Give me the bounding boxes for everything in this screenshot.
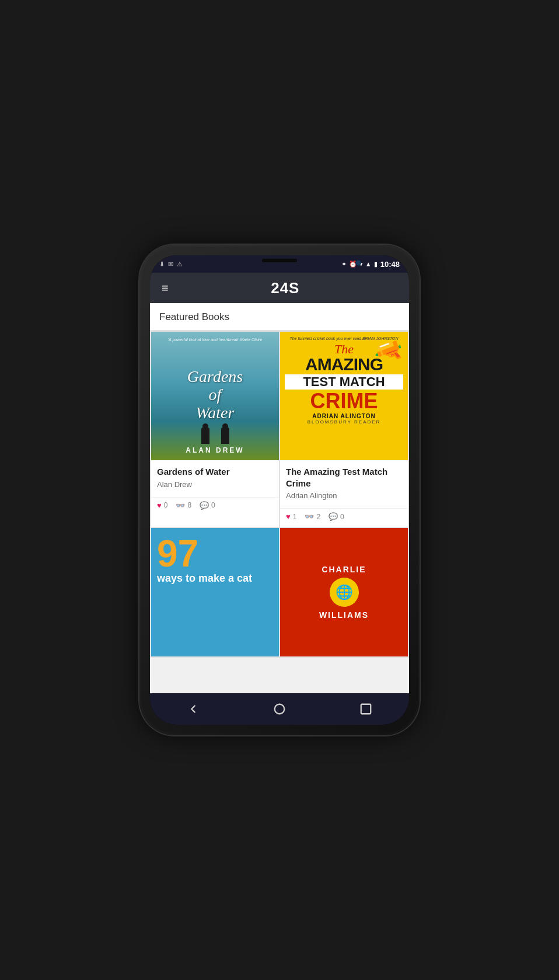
status-time: 10:48: [380, 260, 400, 269]
cover-quote: 'A powerful look at love and heartbreak'…: [156, 338, 274, 342]
heart-icon: ♥: [157, 501, 162, 510]
reads-stat-tm: 👓 2: [305, 512, 320, 521]
figure-2: [221, 428, 229, 444]
cover-art-charlie: CHARLIE 🌐 WILLIAMS: [280, 528, 408, 656]
phone-camera: [355, 260, 361, 266]
android-icon: ⚠: [177, 260, 183, 268]
back-icon: [187, 703, 200, 715]
books-grid: 'A powerful look at love and heartbreak'…: [150, 331, 409, 658]
svg-rect-1: [361, 704, 371, 714]
figure-1: [201, 428, 209, 444]
book-title-gardens: Gardens of Water: [157, 466, 273, 478]
home-icon: [273, 703, 286, 715]
cover-test-match: TEST MATCH: [285, 374, 403, 390]
likes-stat: ♥ 0: [157, 501, 167, 510]
book-title-testmatch: The Amazing Test Match Crime: [286, 466, 402, 489]
book-info-gardens: Gardens of Water Alan Drew: [151, 460, 279, 497]
phone-device: ⬇ ✉ ⚠ ✦ ⏰ ▾ ▲ ▮ 10:48 ≡ 24S: [139, 245, 420, 735]
bottom-nav: [150, 693, 409, 725]
recent-icon: [359, 703, 372, 715]
reads-count-tm: 2: [316, 513, 320, 521]
cover-art-gardens: 'A powerful look at love and heartbreak'…: [151, 332, 279, 460]
home-button[interactable]: [261, 698, 298, 720]
cover-publisher: BLOOMSBURY READER: [285, 419, 403, 425]
section-header: Featured Books: [150, 303, 409, 331]
content-area: Featured Books 'A powerful look at love …: [150, 303, 409, 693]
status-bar: ⬇ ✉ ⚠ ✦ ⏰ ▾ ▲ ▮ 10:48: [150, 255, 409, 273]
comment-icon-tm: 💬: [329, 512, 338, 521]
hamburger-button[interactable]: ≡: [159, 279, 171, 297]
book-card-gardens[interactable]: 'A powerful look at love and heartbreak'…: [151, 332, 279, 527]
cover-ways-text: ways to make a cat: [157, 572, 273, 585]
book-cover-charlie: CHARLIE 🌐 WILLIAMS: [280, 528, 408, 656]
book-cover-testmatch: 🔫 The funniest cricket book you ever rea…: [280, 332, 408, 460]
cover-author-art: ALAN DREW: [156, 446, 274, 454]
book-cover-gardens: 'A powerful look at love and heartbreak'…: [151, 332, 279, 460]
glasses-icon-tm: 👓: [305, 512, 314, 521]
reads-stat: 👓 8: [176, 501, 191, 510]
book-stats-gardens: ♥ 0 👓 8 💬 0: [151, 497, 279, 516]
app-bar: ≡ 24S: [150, 273, 409, 303]
message-icon: ✉: [168, 260, 173, 268]
cover-title-art: GardensofWater: [156, 368, 274, 422]
status-right: ✦ ⏰ ▾ ▲ ▮ 10:48: [341, 260, 400, 269]
book-card-testmatch[interactable]: 🔫 The funniest cricket book you ever rea…: [280, 332, 408, 527]
phone-screen: ⬇ ✉ ⚠ ✦ ⏰ ▾ ▲ ▮ 10:48 ≡ 24S: [150, 255, 409, 725]
phone-speaker: [262, 259, 297, 262]
recent-button[interactable]: [348, 698, 384, 720]
status-icons-left: ⬇ ✉ ⚠: [159, 260, 183, 268]
cover-charlie-top: CHARLIE: [322, 565, 366, 574]
glasses-icon: 👓: [176, 501, 185, 510]
download-icon: ⬇: [159, 260, 165, 268]
comments-count-tm: 0: [340, 513, 344, 521]
cover-number: 97: [157, 535, 273, 572]
book-author-testmatch: Adrian Alington: [286, 491, 402, 500]
cover-art-testmatch: 🔫 The funniest cricket book you ever rea…: [280, 332, 408, 460]
book-info-testmatch: The Amazing Test Match Crime Adrian Alin…: [280, 460, 408, 508]
cover-globe-icon: 🌐: [330, 578, 359, 607]
section-title: Featured Books: [159, 311, 229, 322]
comments-count: 0: [211, 501, 215, 509]
cover-charlie-bottom: WILLIAMS: [319, 610, 369, 620]
reads-count: 8: [187, 501, 191, 509]
battery-icon: ▮: [374, 260, 378, 268]
app-logo: 24S: [171, 279, 400, 297]
likes-stat-tm: ♥ 1: [286, 512, 296, 521]
cover-art-97ways: 97 ways to make a cat: [151, 528, 279, 656]
book-card-charlie[interactable]: CHARLIE 🌐 WILLIAMS: [280, 528, 408, 656]
svg-point-0: [275, 704, 285, 714]
comments-stat-tm: 💬 0: [329, 512, 344, 521]
cover-crime: CRIME: [285, 391, 403, 412]
book-card-97ways[interactable]: 97 ways to make a cat: [151, 528, 279, 656]
book-stats-testmatch: ♥ 1 👓 2 💬 0: [280, 508, 408, 527]
comment-icon: 💬: [200, 501, 209, 510]
book-author-gardens: Alan Drew: [157, 480, 273, 489]
comments-stat: 💬 0: [200, 501, 215, 510]
likes-count: 0: [164, 501, 168, 509]
book-cover-97ways: 97 ways to make a cat: [151, 528, 279, 656]
signal-icon: ▲: [365, 260, 372, 267]
heart-icon-tm: ♥: [286, 512, 291, 521]
likes-count-tm: 1: [293, 513, 297, 521]
bluetooth-icon: ✦: [341, 260, 347, 268]
cover-author-tm: ADRIAN ALINGTON: [285, 413, 403, 419]
cover-scene: [151, 415, 279, 444]
back-button[interactable]: [175, 698, 211, 720]
